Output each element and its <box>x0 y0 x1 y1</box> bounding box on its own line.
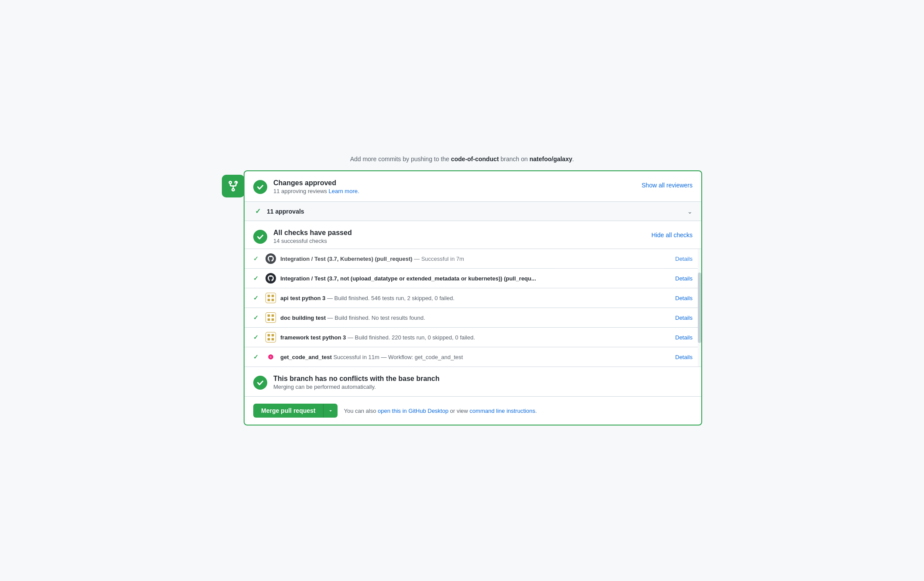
check-row-checkmark-icon: ✓ <box>253 275 261 282</box>
check-details-link[interactable]: Details <box>675 334 693 341</box>
top-message-prefix: Add more commits by pushing to the <box>350 156 451 163</box>
approvals-label: 11 approvals <box>267 208 304 215</box>
checks-subtitle: 14 successful checks <box>273 238 352 244</box>
approvals-section: ✓ 11 approvals ⌄ <box>245 202 701 221</box>
merge-button-group: Merge pull request <box>253 404 338 418</box>
check-description: — Build finished. 220 tests run, 0 skipp… <box>346 334 475 341</box>
changes-approved-section: Changes approved 11 approving reviews Le… <box>245 171 701 202</box>
check-row-checkmark-icon: ✓ <box>253 334 261 341</box>
check-details-link[interactable]: Details <box>675 295 693 301</box>
svg-rect-6 <box>268 318 270 321</box>
branch-name: code-of-conduct <box>451 156 499 163</box>
check-description: Successful in 11m — Workflow: get_code_a… <box>332 354 463 360</box>
svg-rect-1 <box>272 295 274 297</box>
check-row-checkmark-icon: ✓ <box>253 255 261 262</box>
hide-all-checks-link[interactable]: Hide all checks <box>652 232 693 239</box>
check-row-checkmark-icon: ✓ <box>253 314 261 321</box>
scrollbar-track <box>698 249 701 367</box>
checks-list: ✓Integration / Test (3.7, Kubernetes) (p… <box>245 249 701 367</box>
check-row-service-icon: C <box>265 352 276 362</box>
check-row-text: framework test python 3 — Build finished… <box>280 334 671 341</box>
check-details-link[interactable]: Details <box>675 256 693 262</box>
check-row-service-icon <box>265 312 276 323</box>
check-description: — Build finished. No test results found. <box>326 315 425 321</box>
merge-icon <box>222 175 245 197</box>
svg-rect-0 <box>268 295 270 297</box>
svg-rect-7 <box>272 318 274 321</box>
svg-rect-9 <box>272 334 274 337</box>
check-details-link[interactable]: Details <box>675 354 693 360</box>
check-row-service-icon <box>265 273 276 284</box>
command-line-link[interactable]: command line instructions <box>469 408 535 414</box>
check-name: api test python 3 <box>280 295 325 301</box>
repo-name: natefoo/galaxy <box>529 156 572 163</box>
check-row-text: doc building test — Build finished. No t… <box>280 315 671 321</box>
svg-rect-10 <box>268 338 270 341</box>
status-card: Changes approved 11 approving reviews Le… <box>244 170 702 425</box>
top-message-suffix: . <box>572 156 574 163</box>
svg-rect-3 <box>272 299 274 301</box>
svg-rect-5 <box>272 315 274 317</box>
check-name: framework test python 3 <box>280 334 346 341</box>
merge-dropdown-button[interactable] <box>323 404 338 418</box>
check-row-checkmark-icon: ✓ <box>253 353 261 360</box>
galaxy-icon <box>265 312 276 323</box>
check-description: — Build finished. 546 tests run, 2 skipp… <box>325 295 455 301</box>
merge-pull-request-button[interactable]: Merge pull request <box>253 404 323 418</box>
no-conflicts-subtitle: Merging can be performed automatically. <box>273 384 440 390</box>
galaxy-icon <box>265 293 276 303</box>
checks-check-icon <box>253 230 267 244</box>
check-row-checkmark-icon: ✓ <box>253 294 261 301</box>
galaxy-icon <box>265 332 276 342</box>
svg-rect-2 <box>268 299 270 301</box>
check-name: doc building test <box>280 315 326 321</box>
open-desktop-link[interactable]: open this in GitHub Desktop <box>378 408 448 414</box>
changes-approved-subtitle: 11 approving reviews Learn more. <box>273 188 359 194</box>
show-all-reviewers-link[interactable]: Show all reviewers <box>641 182 693 189</box>
check-row-text: get_code_and_test Successful in 11m — Wo… <box>280 354 671 360</box>
check-name: Integration / Test (3.7, not (upload_dat… <box>280 275 536 282</box>
top-message-middle: branch on <box>499 156 529 163</box>
check-details-link[interactable]: Details <box>675 315 693 321</box>
codecov-icon: C <box>265 352 276 362</box>
svg-rect-4 <box>268 315 270 317</box>
check-row-service-icon <box>265 293 276 303</box>
top-message: Add more commits by pushing to the code-… <box>222 156 702 163</box>
checks-header-section: All checks have passed 14 successful che… <box>245 221 701 249</box>
check-details-link[interactable]: Details <box>675 275 693 282</box>
check-row: ✓Cget_code_and_test Successful in 11m — … <box>245 347 701 367</box>
svg-rect-11 <box>272 338 274 341</box>
check-description: — Successful in 7m <box>412 256 464 262</box>
check-row-service-icon <box>265 253 276 264</box>
check-row-text: Integration / Test (3.7, Kubernetes) (pu… <box>280 256 671 262</box>
check-row-service-icon <box>265 332 276 342</box>
check-row: ✓doc building test — Build finished. No … <box>245 308 701 328</box>
check-row: ✓Integration / Test (3.7, not (upload_da… <box>245 269 701 288</box>
approvals-check-icon: ✓ <box>255 207 261 215</box>
check-row: ✓api test python 3 — Build finished. 546… <box>245 288 701 308</box>
check-row-text: api test python 3 — Build finished. 546 … <box>280 295 671 301</box>
checks-title: All checks have passed <box>273 229 352 237</box>
learn-more-link[interactable]: Learn more. <box>328 188 359 194</box>
svg-rect-8 <box>268 334 270 337</box>
changes-approved-title: Changes approved <box>273 179 359 187</box>
merge-info: You can also open this in GitHub Desktop… <box>344 408 537 414</box>
check-name: Integration / Test (3.7, Kubernetes) (pu… <box>280 256 412 262</box>
check-row: ✓Integration / Test (3.7, Kubernetes) (p… <box>245 249 701 269</box>
no-conflicts-title: This branch has no conflicts with the ba… <box>273 375 440 383</box>
scrollbar-thumb[interactable] <box>698 273 701 343</box>
no-conflicts-check-icon <box>253 376 267 390</box>
approvals-chevron-icon[interactable]: ⌄ <box>687 208 693 215</box>
check-row: ✓framework test python 3 — Build finishe… <box>245 328 701 347</box>
check-row-text: Integration / Test (3.7, not (upload_dat… <box>280 275 671 282</box>
no-conflicts-section: This branch has no conflicts with the ba… <box>245 367 701 397</box>
check-name: get_code_and_test <box>280 354 332 360</box>
approved-check-icon <box>253 180 267 194</box>
merge-section: Merge pull request You can also open thi… <box>245 397 701 425</box>
